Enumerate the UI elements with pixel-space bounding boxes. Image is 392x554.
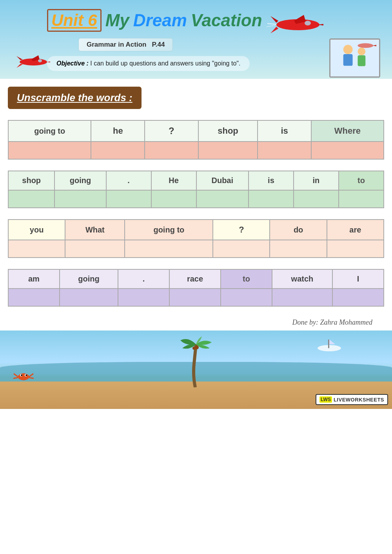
table4-answer-4[interactable] (169, 289, 221, 306)
table1-word-row: going to he ? shop is Where (8, 120, 384, 142)
word-table-2: shop going . He Dubai is in to (8, 171, 384, 208)
table1-cell-6: Where (311, 120, 384, 142)
svg-point-26 (18, 373, 29, 380)
table4-cell-1: am (8, 269, 60, 289)
table3-cell-2: What (65, 220, 125, 240)
table4-cell-6: watch (272, 269, 332, 289)
table2-answer-6[interactable] (249, 190, 294, 208)
plane-left-icon (16, 54, 51, 71)
svg-point-20 (38, 59, 42, 62)
table3-answer-2[interactable] (65, 240, 125, 258)
table4-answer-row (8, 289, 384, 306)
grammar-banner: Grammar in Action P.44 (78, 38, 173, 51)
table4-answer-5[interactable] (221, 289, 272, 306)
table2-answer-row (8, 190, 384, 208)
table2-cell-3: . (106, 171, 151, 190)
table4-answer-6[interactable] (272, 289, 332, 306)
main-content: Unscramble the words : going to he ? sho… (0, 79, 392, 327)
svg-line-30 (29, 378, 34, 378)
svg-line-29 (29, 374, 33, 377)
table2-answer-4[interactable] (151, 190, 196, 208)
table2-answer-3[interactable] (106, 190, 151, 208)
table2-answer-1[interactable] (8, 190, 54, 208)
svg-line-6 (267, 24, 276, 24)
table3-answer-3[interactable] (125, 240, 213, 258)
svg-rect-12 (358, 55, 365, 66)
unscramble-label: Unscramble the words : (17, 92, 132, 104)
table3-answer-6[interactable] (327, 240, 384, 258)
svg-marker-18 (16, 64, 23, 68)
table1-answer-6[interactable] (311, 142, 384, 159)
table2-cell-1: shop (8, 171, 54, 190)
table4-answer-1[interactable] (8, 289, 60, 306)
table3-answer-row (8, 240, 384, 258)
table2-cell-6: is (249, 171, 294, 190)
table3-answer-4[interactable] (213, 240, 270, 258)
table3-cell-1: you (8, 220, 65, 240)
table1-cell-2: he (91, 120, 145, 142)
table3-cell-6: are (327, 220, 384, 240)
table4-cell-4: race (169, 269, 221, 289)
title-unit: Unit 6 (47, 9, 102, 32)
svg-point-11 (358, 47, 365, 55)
table2-cell-2: going (54, 171, 106, 190)
table1-cell-4: shop (198, 120, 258, 142)
table2-word-row: shop going . He Dubai is in to (8, 171, 384, 190)
liveworksheets-badge: LWS LIVEWORKSHEETS (316, 394, 388, 405)
crab-icon (12, 370, 35, 381)
svg-line-7 (267, 25, 275, 27)
svg-line-27 (14, 374, 18, 377)
table4-answer-3[interactable] (118, 289, 169, 306)
table3-answer-5[interactable] (270, 240, 327, 258)
table3-answer-1[interactable] (8, 240, 65, 258)
word-table-1: going to he ? shop is Where (8, 120, 384, 160)
header-section: Unit 6 My Dream Vacation Grammar in Acti… (0, 0, 392, 79)
svg-marker-2 (270, 16, 278, 23)
svg-point-25 (192, 347, 196, 350)
table4-cell-2: going (60, 269, 118, 289)
table1-cell-1: going to (8, 120, 91, 142)
table4-cell-5: to (221, 269, 272, 289)
svg-rect-10 (343, 54, 353, 66)
title-dream: Dream (133, 11, 187, 30)
objective-text: I can build up questions and answers usi… (90, 60, 240, 67)
table1-answer-5[interactable] (258, 142, 311, 159)
boat-icon (314, 336, 345, 352)
lws-logo: LWS (319, 396, 332, 403)
svg-point-5 (305, 21, 311, 25)
table1-section: going to he ? shop is Where (8, 120, 384, 160)
word-table-4: am going . race to watch I (8, 269, 384, 307)
table1-answer-1[interactable] (8, 142, 91, 159)
plane-top-right-icon (267, 13, 325, 38)
svg-marker-3 (270, 27, 278, 33)
table1-answer-3[interactable] (145, 142, 198, 159)
table1-answer-row (8, 142, 384, 159)
table4-section: am going . race to watch I (8, 269, 384, 307)
table2-cell-4: He (151, 171, 196, 190)
table1-answer-4[interactable] (198, 142, 258, 159)
table4-cell-3: . (118, 269, 169, 289)
table4-answer-2[interactable] (60, 289, 118, 306)
table2-answer-2[interactable] (54, 190, 106, 208)
table4-answer-7[interactable] (332, 289, 384, 306)
table2-cell-8: to (339, 171, 384, 190)
word-table-3: you What going to ? do are (8, 219, 384, 258)
table2-answer-8[interactable] (339, 190, 384, 208)
table1-cell-5: is (258, 120, 311, 142)
svg-line-28 (13, 378, 18, 378)
table3-section: you What going to ? do are (8, 219, 384, 258)
header-photo (329, 38, 380, 78)
table3-cell-3: going to (125, 220, 213, 240)
table2-answer-5[interactable] (196, 190, 249, 208)
title-my: My (105, 11, 129, 30)
table1-answer-2[interactable] (91, 142, 145, 159)
table2-cell-5: Dubai (196, 171, 249, 190)
svg-point-13 (358, 43, 373, 48)
table3-cell-4: ? (213, 220, 270, 240)
table3-word-row: you What going to ? do are (8, 220, 384, 240)
objective-label: Objective : (56, 60, 89, 67)
unscramble-box: Unscramble the words : (8, 87, 142, 109)
table1-cell-3: ? (145, 120, 198, 142)
table2-answer-7[interactable] (294, 190, 339, 208)
svg-point-9 (343, 45, 353, 54)
